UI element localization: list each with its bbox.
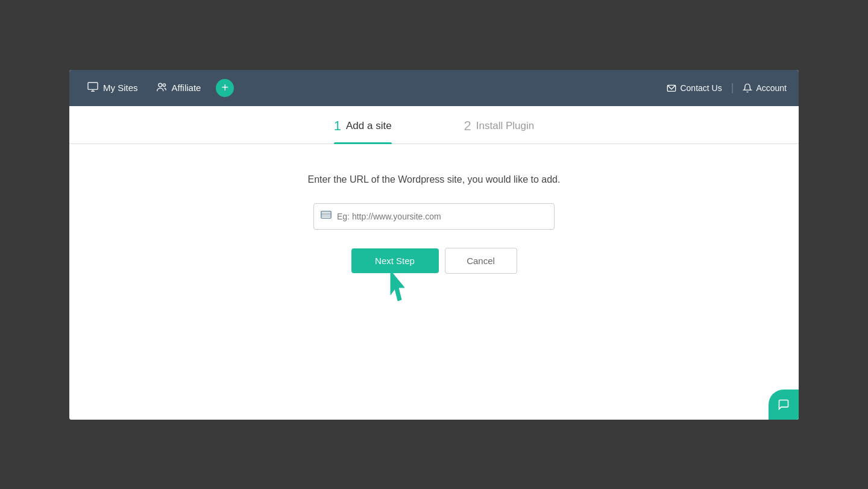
- main-content: 1 Add a site 2 Install Plugin Enter the …: [69, 106, 799, 420]
- account-nav-item[interactable]: Account: [743, 83, 787, 93]
- svg-rect-0: [88, 83, 98, 90]
- contact-us-label: Contact Us: [680, 83, 722, 93]
- tab1-label: Add a site: [346, 120, 392, 132]
- bell-icon: [743, 83, 752, 93]
- nav-divider: |: [731, 81, 734, 94]
- nav-right: Contact Us | Account: [667, 81, 787, 94]
- add-site-button[interactable]: +: [216, 79, 234, 97]
- form-area: Enter the URL of the Wordpress site, you…: [69, 144, 799, 297]
- monitor-icon: [87, 82, 98, 93]
- tab1-number: 1: [334, 118, 341, 134]
- buttons-row: Next Step Cancel: [351, 248, 517, 274]
- tab2-label: Install Plugin: [476, 120, 534, 132]
- account-label: Account: [756, 83, 787, 93]
- tab2-number: 2: [464, 118, 471, 134]
- svg-rect-7: [321, 212, 331, 213]
- my-sites-nav-item[interactable]: My Sites: [81, 82, 144, 93]
- affiliate-label: Affiliate: [172, 83, 201, 93]
- navbar: My Sites Affiliate +: [69, 70, 799, 106]
- tab-add-site[interactable]: 1 Add a site: [334, 118, 392, 144]
- url-input-wrapper: [313, 203, 555, 230]
- svg-point-3: [158, 83, 162, 87]
- svg-rect-6: [321, 211, 331, 218]
- chat-icon: [778, 399, 790, 411]
- svg-point-4: [163, 84, 165, 86]
- next-step-button[interactable]: Next Step: [351, 248, 439, 273]
- contact-us-nav-item[interactable]: Contact Us: [667, 83, 722, 93]
- nav-left: My Sites Affiliate +: [81, 79, 234, 97]
- svg-rect-8: [321, 214, 331, 215]
- tab-install-plugin[interactable]: 2 Install Plugin: [464, 118, 535, 144]
- cancel-button[interactable]: Cancel: [445, 248, 517, 274]
- tabs-container: 1 Add a site 2 Install Plugin: [69, 106, 799, 144]
- affiliate-icon: [156, 82, 167, 93]
- mail-icon: [667, 84, 676, 92]
- form-description: Enter the URL of the Wordpress site, you…: [308, 174, 561, 185]
- url-input[interactable]: [337, 212, 548, 221]
- affiliate-nav-item[interactable]: Affiliate: [150, 82, 207, 93]
- main-window: My Sites Affiliate +: [69, 70, 799, 420]
- floating-chat-button[interactable]: [769, 390, 799, 420]
- site-icon: [320, 210, 332, 223]
- svg-rect-9: [321, 215, 331, 216]
- my-sites-label: My Sites: [103, 83, 138, 93]
- svg-marker-10: [391, 271, 404, 301]
